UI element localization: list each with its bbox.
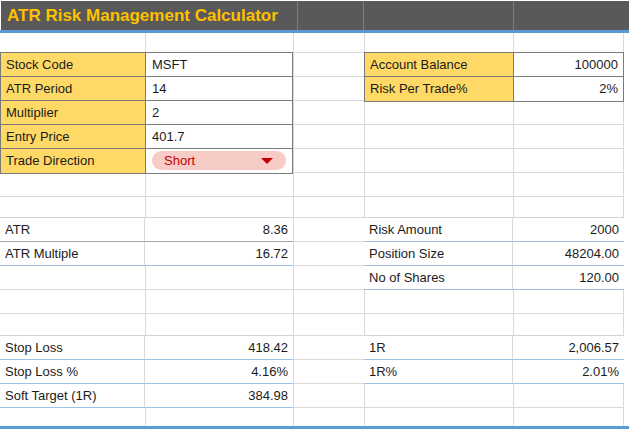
table-row: Risk Per Trade% 2%: [365, 77, 623, 101]
table-row: Trade Direction Short: [1, 149, 292, 173]
cell-position-size-value: 48204.00: [513, 242, 624, 265]
triangle-down-icon: [261, 158, 273, 164]
table-row: Position Size 48204.00: [364, 242, 624, 266]
table-row: 1R 2,006.57: [364, 336, 624, 360]
cell-risk-per-trade-label: Risk Per Trade%: [365, 77, 514, 101]
cell-risk-per-trade-value[interactable]: 2%: [514, 77, 623, 101]
cell-stop-loss-pct-value: 4.16%: [145, 360, 293, 383]
input-block-right: Account Balance 100000 Risk Per Trade% 2…: [364, 52, 624, 102]
cell-trade-direction-label: Trade Direction: [1, 149, 146, 173]
table-row: ATR 8.36: [0, 218, 293, 242]
table-row: No of Shares 120.00: [364, 266, 624, 290]
cell-multiplier-label: Multiplier: [1, 101, 146, 124]
cell-stock-code-label: Stock Code: [1, 53, 146, 76]
cell-atr-period-label: ATR Period: [1, 77, 146, 100]
trade-direction-dropdown[interactable]: Short: [146, 149, 292, 173]
table-row: Multiplier 2: [1, 101, 292, 125]
table-row: Stop Loss % 4.16%: [0, 360, 293, 384]
cell-risk-amount-value: 2000: [513, 218, 624, 241]
cell-soft-target-label: Soft Target (1R): [0, 384, 145, 407]
table-row: ATR Period 14: [1, 77, 292, 101]
cell-1r-pct-value: 2.01%: [513, 360, 624, 383]
cell-stop-loss-pct-label: Stop Loss %: [0, 360, 145, 383]
cell-stop-loss-value: 418.42: [145, 336, 293, 359]
cell-entry-price-value[interactable]: 401.7: [146, 125, 292, 148]
table-row: Entry Price 401.7: [1, 125, 292, 149]
cell-soft-target-value: 384.98: [145, 384, 293, 407]
cell-position-size-label: Position Size: [364, 242, 513, 265]
cell-no-of-shares-label: No of Shares: [364, 266, 513, 289]
stop-loss-output-block: Stop Loss 418.42 Stop Loss % 4.16% Soft …: [0, 335, 293, 408]
table-row: Account Balance 100000: [365, 53, 623, 77]
cell-account-balance-value[interactable]: 100000: [514, 53, 623, 76]
cell-no-of-shares-value: 120.00: [513, 266, 624, 289]
title-bar: ATR Risk Management Calculator: [1, 1, 629, 30]
cell-multiplier-value[interactable]: 2: [146, 101, 292, 124]
cell-1r-label: 1R: [364, 336, 513, 359]
header-gridline: [363, 1, 364, 30]
input-block-left: Stock Code MSFT ATR Period 14 Multiplier…: [0, 52, 293, 174]
trade-direction-pill[interactable]: Short: [152, 151, 286, 170]
cell-stock-code-value[interactable]: MSFT: [146, 53, 292, 76]
cell-atr-label: ATR: [0, 218, 145, 241]
header-gridline: [297, 1, 298, 30]
one-r-output-block: 1R 2,006.57 1R% 2.01%: [364, 335, 624, 384]
cell-atr-multiple-label: ATR Multiple: [0, 242, 145, 265]
atr-output-block: ATR 8.36 ATR Multiple 16.72: [0, 217, 293, 266]
spreadsheet: ATR Risk Management Calculator Stock Cod…: [0, 0, 629, 429]
table-row: Stock Code MSFT: [1, 53, 292, 77]
position-output-block: Risk Amount 2000 Position Size 48204.00 …: [364, 217, 624, 290]
table-row: Risk Amount 2000: [364, 218, 624, 242]
cell-atr-multiple-value: 16.72: [145, 242, 293, 265]
header-gridline: [513, 1, 514, 30]
cell-atr-period-value[interactable]: 14: [146, 77, 292, 100]
cell-stop-loss-label: Stop Loss: [0, 336, 145, 359]
table-row: 1R% 2.01%: [364, 360, 624, 384]
page-title: ATR Risk Management Calculator: [1, 1, 629, 30]
table-row: Stop Loss 418.42: [0, 336, 293, 360]
cell-risk-amount-label: Risk Amount: [364, 218, 513, 241]
table-row: ATR Multiple 16.72: [0, 242, 293, 266]
table-row: Soft Target (1R) 384.98: [0, 384, 293, 408]
cell-1r-pct-label: 1R%: [364, 360, 513, 383]
cell-entry-price-label: Entry Price: [1, 125, 146, 148]
cell-atr-value: 8.36: [145, 218, 293, 241]
cell-1r-value: 2,006.57: [513, 336, 624, 359]
cell-account-balance-label: Account Balance: [365, 53, 514, 76]
header-accent-line: [0, 30, 629, 33]
